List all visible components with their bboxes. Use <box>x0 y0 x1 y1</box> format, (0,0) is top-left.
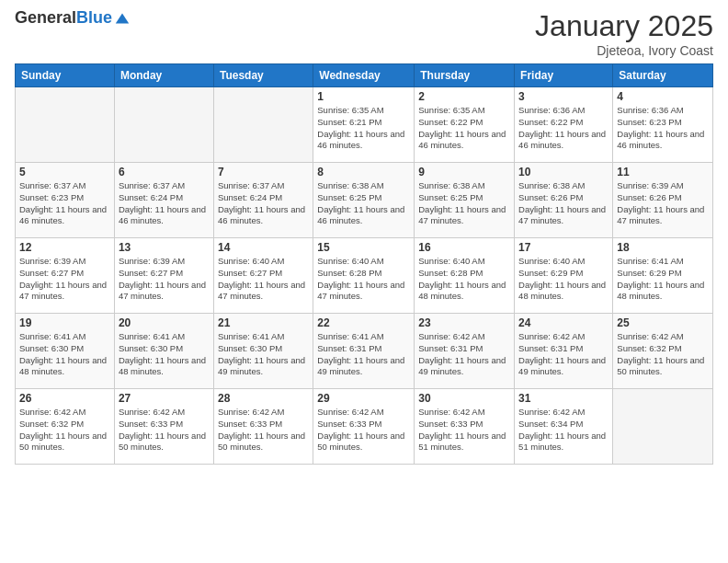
day-number: 9 <box>418 166 510 178</box>
day-number: 3 <box>518 90 609 103</box>
day-info: Sunrise: 6:40 AM Sunset: 6:27 PM Dayligh… <box>218 256 309 303</box>
week-row-3: 19Sunrise: 6:41 AM Sunset: 6:30 PM Dayli… <box>16 314 713 389</box>
week-row-4: 26Sunrise: 6:42 AM Sunset: 6:32 PM Dayli… <box>16 389 713 465</box>
day-info: Sunrise: 6:36 AM Sunset: 6:22 PM Dayligh… <box>518 105 609 152</box>
calendar-cell: 16Sunrise: 6:40 AM Sunset: 6:28 PM Dayli… <box>415 238 515 314</box>
day-info: Sunrise: 6:40 AM Sunset: 6:28 PM Dayligh… <box>317 256 410 303</box>
day-number: 28 <box>218 392 309 405</box>
day-number: 7 <box>218 166 309 178</box>
location: Djeteoa, Ivory Coast <box>535 43 713 58</box>
calendar-cell: 27Sunrise: 6:42 AM Sunset: 6:33 PM Dayli… <box>114 389 213 465</box>
day-number: 4 <box>617 90 709 103</box>
calendar-table: SundayMondayTuesdayWednesdayThursdayFrid… <box>15 63 713 465</box>
day-number: 29 <box>317 392 410 405</box>
title-section: January 2025 Djeteoa, Ivory Coast <box>535 9 713 58</box>
day-info: Sunrise: 6:36 AM Sunset: 6:23 PM Dayligh… <box>617 105 709 152</box>
day-info: Sunrise: 6:37 AM Sunset: 6:24 PM Dayligh… <box>119 180 210 227</box>
calendar-cell: 22Sunrise: 6:41 AM Sunset: 6:31 PM Dayli… <box>313 314 415 389</box>
day-info: Sunrise: 6:42 AM Sunset: 6:33 PM Dayligh… <box>418 407 510 454</box>
day-info: Sunrise: 6:42 AM Sunset: 6:34 PM Dayligh… <box>518 407 609 454</box>
day-info: Sunrise: 6:38 AM Sunset: 6:25 PM Dayligh… <box>418 180 510 227</box>
day-number: 17 <box>518 241 609 254</box>
calendar-cell: 8Sunrise: 6:38 AM Sunset: 6:25 PM Daylig… <box>313 163 415 238</box>
day-number: 27 <box>119 392 210 405</box>
calendar-cell: 14Sunrise: 6:40 AM Sunset: 6:27 PM Dayli… <box>213 238 313 314</box>
calendar-cell: 10Sunrise: 6:38 AM Sunset: 6:26 PM Dayli… <box>515 163 613 238</box>
day-info: Sunrise: 6:42 AM Sunset: 6:33 PM Dayligh… <box>218 407 309 454</box>
day-info: Sunrise: 6:42 AM Sunset: 6:31 PM Dayligh… <box>518 331 609 378</box>
calendar-cell: 23Sunrise: 6:42 AM Sunset: 6:31 PM Dayli… <box>415 314 515 389</box>
weekday-header-row: SundayMondayTuesdayWednesdayThursdayFrid… <box>16 64 713 87</box>
day-number: 13 <box>119 241 210 254</box>
day-number: 15 <box>317 241 410 254</box>
day-number: 26 <box>19 392 110 405</box>
day-info: Sunrise: 6:42 AM Sunset: 6:33 PM Dayligh… <box>119 407 210 454</box>
day-info: Sunrise: 6:39 AM Sunset: 6:27 PM Dayligh… <box>119 256 210 303</box>
calendar-cell <box>613 389 713 465</box>
day-info: Sunrise: 6:35 AM Sunset: 6:22 PM Dayligh… <box>418 105 510 152</box>
day-info: Sunrise: 6:39 AM Sunset: 6:27 PM Dayligh… <box>19 256 110 303</box>
calendar-cell: 15Sunrise: 6:40 AM Sunset: 6:28 PM Dayli… <box>313 238 415 314</box>
day-number: 19 <box>19 316 110 329</box>
day-info: Sunrise: 6:39 AM Sunset: 6:26 PM Dayligh… <box>617 180 709 227</box>
week-row-0: 1Sunrise: 6:35 AM Sunset: 6:21 PM Daylig… <box>16 87 713 163</box>
weekday-header-tuesday: Tuesday <box>213 64 313 87</box>
calendar-cell: 28Sunrise: 6:42 AM Sunset: 6:33 PM Dayli… <box>213 389 313 465</box>
calendar-cell: 7Sunrise: 6:37 AM Sunset: 6:24 PM Daylig… <box>213 163 313 238</box>
day-info: Sunrise: 6:41 AM Sunset: 6:30 PM Dayligh… <box>218 331 309 378</box>
day-number: 6 <box>119 166 210 178</box>
calendar-cell: 13Sunrise: 6:39 AM Sunset: 6:27 PM Dayli… <box>114 238 213 314</box>
day-info: Sunrise: 6:42 AM Sunset: 6:33 PM Dayligh… <box>317 407 410 454</box>
calendar-cell: 30Sunrise: 6:42 AM Sunset: 6:33 PM Dayli… <box>415 389 515 465</box>
calendar-cell <box>114 87 213 163</box>
day-info: Sunrise: 6:37 AM Sunset: 6:23 PM Dayligh… <box>19 180 110 227</box>
day-info: Sunrise: 6:41 AM Sunset: 6:30 PM Dayligh… <box>19 331 110 378</box>
day-number: 1 <box>317 90 410 103</box>
day-number: 10 <box>518 166 609 178</box>
calendar-cell: 6Sunrise: 6:37 AM Sunset: 6:24 PM Daylig… <box>114 163 213 238</box>
calendar-cell: 31Sunrise: 6:42 AM Sunset: 6:34 PM Dayli… <box>515 389 613 465</box>
day-number: 8 <box>317 166 410 178</box>
calendar-cell: 19Sunrise: 6:41 AM Sunset: 6:30 PM Dayli… <box>16 314 115 389</box>
calendar-cell <box>16 87 115 163</box>
day-info: Sunrise: 6:42 AM Sunset: 6:31 PM Dayligh… <box>418 331 510 378</box>
day-number: 12 <box>19 241 110 254</box>
day-info: Sunrise: 6:41 AM Sunset: 6:29 PM Dayligh… <box>617 256 709 303</box>
svg-marker-0 <box>116 13 129 23</box>
day-info: Sunrise: 6:42 AM Sunset: 6:32 PM Dayligh… <box>19 407 110 454</box>
calendar-cell: 12Sunrise: 6:39 AM Sunset: 6:27 PM Dayli… <box>16 238 115 314</box>
logo: GeneralBlue <box>15 9 131 28</box>
calendar-cell: 9Sunrise: 6:38 AM Sunset: 6:25 PM Daylig… <box>415 163 515 238</box>
weekday-header-sunday: Sunday <box>16 64 115 87</box>
weekday-header-wednesday: Wednesday <box>313 64 415 87</box>
day-number: 2 <box>418 90 510 103</box>
day-number: 23 <box>418 316 510 329</box>
calendar-cell: 24Sunrise: 6:42 AM Sunset: 6:31 PM Dayli… <box>515 314 613 389</box>
day-number: 31 <box>518 392 609 405</box>
day-info: Sunrise: 6:40 AM Sunset: 6:28 PM Dayligh… <box>418 256 510 303</box>
day-number: 16 <box>418 241 510 254</box>
day-number: 22 <box>317 316 410 329</box>
day-info: Sunrise: 6:41 AM Sunset: 6:31 PM Dayligh… <box>317 331 410 378</box>
calendar-cell: 29Sunrise: 6:42 AM Sunset: 6:33 PM Dayli… <box>313 389 415 465</box>
day-info: Sunrise: 6:38 AM Sunset: 6:25 PM Dayligh… <box>317 180 410 227</box>
calendar-cell: 5Sunrise: 6:37 AM Sunset: 6:23 PM Daylig… <box>16 163 115 238</box>
day-info: Sunrise: 6:35 AM Sunset: 6:21 PM Dayligh… <box>317 105 410 152</box>
week-row-1: 5Sunrise: 6:37 AM Sunset: 6:23 PM Daylig… <box>16 163 713 238</box>
calendar-cell <box>213 87 313 163</box>
day-number: 30 <box>418 392 510 405</box>
day-number: 21 <box>218 316 309 329</box>
calendar-cell: 2Sunrise: 6:35 AM Sunset: 6:22 PM Daylig… <box>415 87 515 163</box>
header: GeneralBlue January 2025 Djeteoa, Ivory … <box>15 9 713 58</box>
week-row-2: 12Sunrise: 6:39 AM Sunset: 6:27 PM Dayli… <box>16 238 713 314</box>
day-info: Sunrise: 6:42 AM Sunset: 6:32 PM Dayligh… <box>617 331 709 378</box>
weekday-header-saturday: Saturday <box>613 64 713 87</box>
calendar-cell: 26Sunrise: 6:42 AM Sunset: 6:32 PM Dayli… <box>16 389 115 465</box>
day-info: Sunrise: 6:37 AM Sunset: 6:24 PM Dayligh… <box>218 180 309 227</box>
weekday-header-friday: Friday <box>515 64 613 87</box>
month-title: January 2025 <box>535 9 713 43</box>
calendar-cell: 3Sunrise: 6:36 AM Sunset: 6:22 PM Daylig… <box>515 87 613 163</box>
page: GeneralBlue January 2025 Djeteoa, Ivory … <box>0 0 728 474</box>
day-number: 11 <box>617 166 709 178</box>
day-info: Sunrise: 6:40 AM Sunset: 6:29 PM Dayligh… <box>518 256 609 303</box>
